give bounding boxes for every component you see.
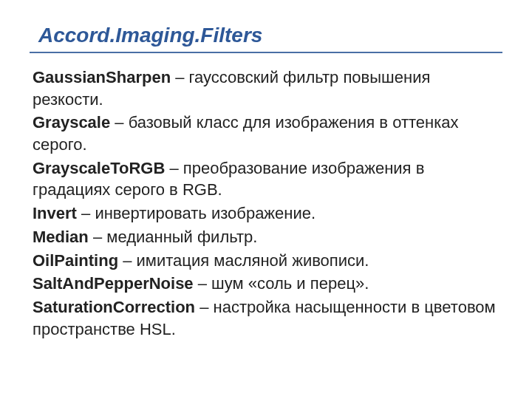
filter-term: Median (33, 228, 89, 246)
list-item: GaussianSharpen – гауссовский фильтр пов… (33, 66, 502, 110)
filter-desc: – шум «соль и перец». (194, 274, 369, 293)
filter-term: SaltAndPepperNoise (33, 274, 194, 293)
list-item: Median – медианный фильтр. (33, 226, 502, 248)
list-item: OilPainting – имитация масляной живописи… (33, 250, 502, 272)
list-item: SaltAndPepperNoise – шум «соль и перец». (33, 273, 502, 295)
filter-term: GaussianSharpen (33, 68, 171, 86)
filter-term: GrayscaleToRGB (33, 159, 165, 177)
filter-desc: – имитация масляной живописи. (118, 251, 369, 270)
filter-term: Invert (33, 204, 77, 222)
filter-term: OilPainting (33, 251, 118, 270)
filter-desc: – медианный фильтр. (89, 228, 258, 246)
filter-list: GaussianSharpen – гауссовский фильтр пов… (30, 66, 502, 340)
filter-term: Grayscale (33, 113, 110, 132)
filter-desc: – инвертировать изображение. (77, 204, 316, 222)
list-item: GrayscaleToRGB – преобразование изображе… (33, 157, 502, 201)
list-item: Grayscale – базовый класс для изображени… (33, 112, 502, 155)
list-item: Invert – инвертировать изображение. (33, 202, 502, 225)
page-title: Accord.Imaging.Filters (30, 24, 502, 53)
filter-term: SaturationCorrection (33, 298, 195, 316)
list-item: SaturationCorrection – настройка насыщен… (33, 296, 502, 340)
